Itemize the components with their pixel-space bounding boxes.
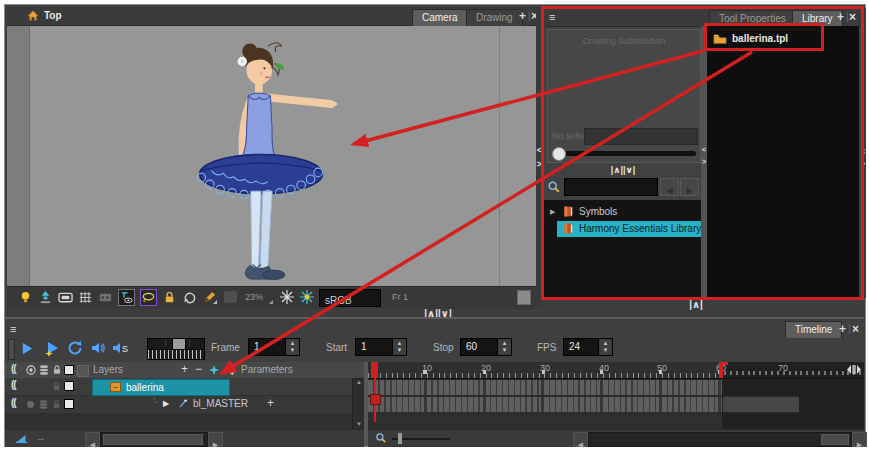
camera-frame-edge xyxy=(499,26,500,286)
pan-frames-toggle-icon[interactable] xyxy=(846,364,862,375)
safe-area-icon[interactable] xyxy=(98,290,113,305)
spinner-arrows[interactable]: ▲▼ xyxy=(392,339,406,355)
spin-down-icon[interactable]: ▼ xyxy=(502,347,508,354)
layer-color-swatch[interactable] xyxy=(64,381,74,391)
layer-color-swatch[interactable] xyxy=(64,399,74,409)
frames-hscroll-track[interactable] xyxy=(588,432,852,447)
color-space-select[interactable]: sRGB xyxy=(319,289,381,307)
hscroll-track[interactable] xyxy=(100,432,208,447)
camera-view-panel: Top Camera Drawing + | × xyxy=(7,7,536,308)
lock-column-icon[interactable] xyxy=(51,364,63,376)
data-view-icon[interactable] xyxy=(38,364,50,376)
frames-area[interactable]: 10 20 30 40 50 60 70 xyxy=(368,362,864,429)
lock-toggle-icon[interactable] xyxy=(51,399,62,410)
sound-button[interactable] xyxy=(90,340,106,356)
library-collapse-control[interactable]: |∧| xyxy=(676,299,716,310)
panel-menu-icon[interactable]: ≡ xyxy=(10,322,16,336)
spin-up-icon[interactable]: ▲ xyxy=(502,340,508,347)
divider xyxy=(165,339,166,347)
resize-grip[interactable] xyxy=(517,290,531,305)
stop-spinbox[interactable]: 60 ▲▼ xyxy=(460,338,512,356)
selected-cell-marker[interactable] xyxy=(370,394,381,405)
camera-canvas[interactable] xyxy=(7,26,536,286)
reset-view-icon[interactable] xyxy=(182,290,197,305)
add-view-button[interactable]: + xyxy=(839,322,846,336)
outline-mode-icon[interactable] xyxy=(118,289,135,306)
frames-hscroll-thumb[interactable] xyxy=(821,434,849,445)
add-peg-icon[interactable] xyxy=(222,364,235,377)
start-spinbox[interactable]: 1 ▲▼ xyxy=(355,338,407,356)
timeline-zoom-icon[interactable] xyxy=(375,432,387,444)
zoom-dropdown-corner[interactable] xyxy=(269,300,273,304)
left-icon: ◀ xyxy=(90,441,95,448)
sound-waveform-icon[interactable] xyxy=(15,432,29,445)
matte-view-icon[interactable] xyxy=(58,290,73,305)
render-preview-icon[interactable] xyxy=(279,289,295,305)
color-swatch-column-icon[interactable] xyxy=(64,365,74,375)
solo-toggle-icon[interactable]: (( xyxy=(11,379,16,390)
hscroll-thumb[interactable] xyxy=(103,434,203,445)
frames-row-ballerina[interactable] xyxy=(368,379,722,396)
spin-down-icon[interactable]: ▼ xyxy=(603,347,609,354)
solo-mode-icon[interactable]: (( xyxy=(11,363,16,374)
layer-name-cell-selected[interactable]: − ballerina xyxy=(92,379,230,396)
show-parameters-button[interactable]: + xyxy=(267,396,274,410)
expand-icon[interactable]: ▶ xyxy=(163,399,169,408)
lock-toggle-icon[interactable] xyxy=(51,381,62,392)
data-view-toggle-icon[interactable] xyxy=(38,399,49,410)
frame-ruler[interactable]: 10 20 30 40 50 60 70 xyxy=(368,362,864,379)
loop-button[interactable] xyxy=(67,340,83,356)
layer-row-bl-master[interactable]: (( └ ▶ bl_MASTER + xyxy=(5,396,364,414)
drawing-mode-icon[interactable] xyxy=(202,290,217,305)
toolbar-grip[interactable] xyxy=(8,339,15,360)
tab-drawing[interactable]: Drawing xyxy=(466,9,523,26)
update-preview-icon[interactable] xyxy=(299,289,315,305)
enable-disable-icon[interactable] xyxy=(25,364,37,376)
timeline-bottom-right-bar: ◀ ▶ xyxy=(368,429,864,447)
frame-spinbox[interactable]: 1 ▲▼ xyxy=(248,338,300,356)
add-drawing-layer-icon[interactable] xyxy=(208,364,220,376)
current-drawing-on-top-icon[interactable] xyxy=(38,290,53,305)
expand-arrow-icon[interactable]: → xyxy=(35,431,46,443)
playhead-head[interactable] xyxy=(371,362,378,378)
solo-toggle-icon[interactable]: (( xyxy=(11,397,16,408)
frames-hscroll-right-button[interactable]: ▶ xyxy=(852,432,867,447)
spin-down-icon[interactable]: ▼ xyxy=(397,347,403,354)
home-icon[interactable] xyxy=(26,9,40,23)
start-label: Start xyxy=(326,342,347,353)
timeline-panel: ≡ Timeline + | × S xyxy=(5,317,864,446)
fps-label: FPS xyxy=(537,342,556,353)
render-play-button[interactable] xyxy=(44,341,61,358)
frames-row-bl-master[interactable] xyxy=(368,396,722,413)
lock-icon[interactable] xyxy=(162,290,177,305)
camera-mask-icon[interactable] xyxy=(140,289,157,306)
close-view-button[interactable]: × xyxy=(852,322,859,336)
timeline-zoom-slider-thumb[interactable] xyxy=(398,433,402,444)
collapse-expand-box-icon[interactable]: − xyxy=(110,382,121,392)
layer-name: ballerina xyxy=(126,382,164,393)
spin-up-icon[interactable]: ▲ xyxy=(603,340,609,347)
light-table-icon[interactable] xyxy=(18,290,33,305)
layer-row-ballerina[interactable]: (( − ballerina xyxy=(5,378,364,396)
add-view-button[interactable]: + xyxy=(519,9,526,23)
spin-down-icon[interactable]: ▼ xyxy=(290,347,296,354)
zoom-level[interactable]: 23% xyxy=(245,292,263,302)
hscroll-left-button[interactable]: ◀ xyxy=(85,432,100,447)
tab-camera[interactable]: Camera xyxy=(412,9,468,26)
thumbnail-column-icon[interactable] xyxy=(77,365,89,377)
spin-up-icon[interactable]: ▲ xyxy=(397,340,403,347)
spinner-arrows[interactable]: ▲▼ xyxy=(598,339,612,355)
sound-scrubbing-button[interactable]: S xyxy=(111,340,131,356)
play-button[interactable] xyxy=(20,341,35,356)
grid-icon[interactable] xyxy=(78,290,93,305)
add-layer-button[interactable]: + xyxy=(181,362,188,376)
hscroll-right-button[interactable]: ▶ xyxy=(208,432,223,447)
fps-spinbox[interactable]: 24 ▲▼ xyxy=(563,338,613,356)
frames-hscroll-left-button[interactable]: ◀ xyxy=(573,432,588,447)
scene-end-marker-top xyxy=(719,362,728,365)
spin-up-icon[interactable]: ▲ xyxy=(290,340,296,347)
delete-layer-button[interactable]: − xyxy=(195,362,202,376)
enable-toggle-icon[interactable] xyxy=(25,399,36,410)
spinner-arrows[interactable]: ▲▼ xyxy=(285,339,299,355)
spinner-arrows[interactable]: ▲▼ xyxy=(497,339,511,355)
